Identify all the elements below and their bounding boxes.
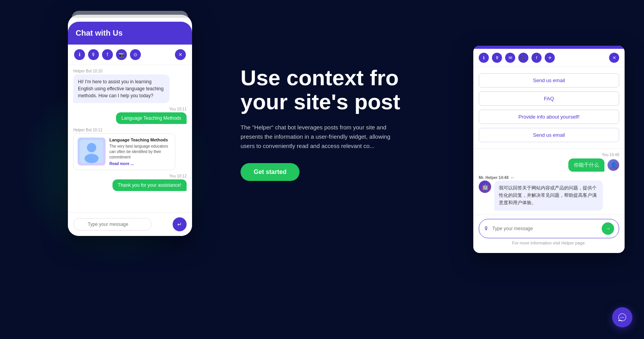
left-chat-widget: Chat with Us ℹ 🎙 f 📷 ⊙ ✕ Helper Bot 10:1…	[68, 15, 192, 236]
camera-icon-btn[interactable]: 📷	[116, 49, 127, 60]
quick-btn-email-1[interactable]: Send us email	[479, 73, 619, 88]
right-input-row: 🎙 →	[479, 219, 619, 238]
chat-messages: Helper Bot 10:10 Hi! I'm here to assist …	[68, 65, 192, 212]
right-chat-input[interactable]	[492, 226, 599, 231]
user-bubble-2: Thank you for your assistance!	[113, 179, 187, 191]
bot-card-message: Helper Bot 10:11 Language Teaching Metho…	[73, 128, 187, 170]
right-bot-msg-wrap: Mr. Helper 14:48 ↩ 🤖 我可以回答关于网站内容或产品的问题，提…	[479, 176, 619, 211]
right-mic-icon[interactable]: 🎙	[492, 53, 502, 63]
right-user-bubble: 你能干什么	[568, 158, 604, 172]
svg-point-5	[623, 317, 624, 318]
get-started-button[interactable]: Get started	[241, 163, 299, 181]
right-bot-avatar: 🤖	[479, 181, 491, 193]
right-input-area: 🎙 → For more information visit Helper pa…	[473, 215, 625, 253]
close-icon-btn[interactable]: ✕	[175, 49, 186, 60]
right-telegram-icon[interactable]: ✈	[545, 53, 555, 63]
right-bot-name: Mr. Helper 14:48	[479, 176, 509, 180]
quick-btn-info[interactable]: Provide info about yourself!	[479, 110, 619, 124]
svg-point-3	[621, 317, 621, 318]
hero-section: Use context froyour site's post The "Hel…	[241, 66, 427, 181]
post-card-title: Language Teaching Methods	[109, 138, 171, 142]
send-button[interactable]: ↵	[173, 217, 187, 231]
read-more-link[interactable]: Read more ...	[109, 162, 171, 166]
bot-card-meta: Helper Bot 10:11	[73, 128, 187, 132]
right-send-button[interactable]: →	[602, 222, 614, 235]
hero-description: The "Helper" chat bot leverages posts fr…	[241, 123, 403, 151]
bot-bubble-1: Hi! I'm here to assist you in learning E…	[73, 74, 170, 103]
right-close-icon[interactable]: ✕	[609, 53, 619, 63]
right-user-msg: 你能干什么 👤	[479, 158, 619, 172]
phone-topbar	[72, 11, 188, 18]
svg-point-4	[622, 317, 623, 318]
right-quick-buttons: Send us email FAQ Provide info about you…	[473, 67, 625, 148]
bot-meta-1: Helper Bot 10:10	[73, 69, 187, 73]
right-facebook-icon[interactable]: f	[531, 53, 542, 63]
right-phone-icon[interactable]: 📞	[518, 53, 528, 63]
reply-icon: ↩	[511, 176, 514, 180]
floating-chat-button[interactable]	[612, 307, 632, 327]
chat-input-row: 🎙 ↵	[68, 212, 192, 236]
right-bot-bubble-wrap: 🤖 我可以回答关于网站内容或产品的问题，提供个性化的回复，并解决常见问题，帮助提…	[479, 181, 619, 211]
right-icons-row: ℹ 🎙 ✉ 📞 f ✈ ✕	[473, 49, 625, 67]
right-bot-meta: Mr. Helper 14:48 ↩	[479, 176, 619, 180]
right-info-icon[interactable]: ℹ	[479, 53, 489, 63]
info-icon-btn[interactable]: ℹ	[74, 49, 85, 60]
hero-title: Use context froyour site's post	[241, 66, 427, 114]
right-top-bar	[473, 46, 625, 49]
right-user-msg-wrap: You 14:48 你能干什么 👤	[479, 153, 619, 172]
post-card: Language Teaching Methods The very best …	[73, 133, 175, 170]
user-message-2: You 10:12 Thank you for your assistance!	[73, 174, 187, 191]
chat-input[interactable]	[73, 218, 152, 231]
user-meta-1: You 10:11	[169, 107, 187, 111]
post-card-image	[78, 138, 106, 165]
post-card-content: Language Teaching Methods The very best …	[109, 138, 171, 166]
svg-point-2	[85, 154, 99, 163]
right-mic-input-icon: 🎙	[484, 225, 489, 232]
right-user-avatar: 👤	[608, 159, 619, 171]
post-card-text: The very best language educators can oft…	[109, 144, 171, 160]
chat-header: Chat with Us	[68, 22, 192, 45]
right-user-meta: You 14:48	[479, 153, 619, 157]
user-meta-2: You 10:12	[169, 174, 187, 178]
right-bot-bubble: 我可以回答关于网站内容或产品的问题，提供个性化的回复，并解决常见问题，帮助提高客…	[494, 181, 603, 211]
facebook-icon-btn[interactable]: f	[102, 49, 113, 60]
mic-icon-btn[interactable]: 🎙	[88, 49, 99, 60]
user-bubble-1: Language Teaching Methods	[116, 112, 187, 124]
right-email-icon[interactable]: ✉	[505, 53, 515, 63]
user-message-1: You 10:11 Language Teaching Methods	[73, 107, 187, 124]
target-icon-btn[interactable]: ⊙	[130, 49, 141, 60]
right-chat-widget: ℹ 🎙 ✉ 📞 f ✈ ✕ Send us email FAQ Provide …	[473, 46, 625, 253]
right-messages: You 14:48 你能干什么 👤 Mr. Helper 14:48 ↩ 🤖 我…	[473, 148, 625, 215]
quick-btn-email-2[interactable]: Send us email	[479, 128, 619, 142]
bot-message-1: Helper Bot 10:10 Hi! I'm here to assist …	[73, 69, 187, 103]
right-footer: For more information visit Helper page.	[479, 238, 619, 249]
quick-btn-faq[interactable]: FAQ	[479, 91, 619, 106]
svg-point-1	[87, 143, 96, 152]
chat-input-wrap: 🎙	[73, 218, 170, 231]
chat-icons-row: ℹ 🎙 f 📷 ⊙ ✕	[68, 45, 192, 65]
chat-title: Chat with Us	[76, 29, 123, 37]
